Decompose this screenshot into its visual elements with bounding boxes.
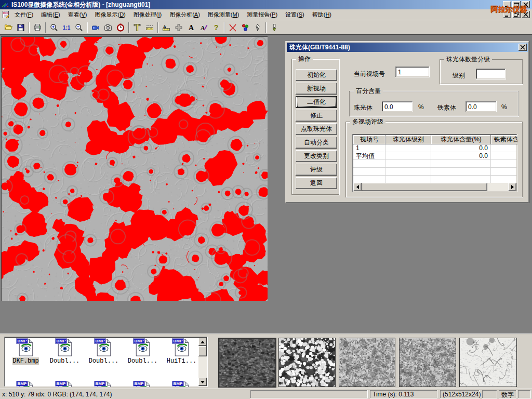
thumbnail-1[interactable] bbox=[218, 338, 276, 388]
ferrite-input[interactable]: 0.0 bbox=[466, 101, 497, 112]
menu-bar: DOC 文件(F)编辑(E)查看(V)图像显示(D)图像处理(I)图像分析(A)… bbox=[0, 9, 532, 20]
text-a-icon[interactable]: A bbox=[185, 21, 197, 33]
file-item[interactable]: BMPDoubl... bbox=[84, 339, 123, 365]
menu-item[interactable]: 图像显示(D) bbox=[92, 10, 127, 19]
table-row[interactable]: 10.0 bbox=[353, 144, 516, 152]
menu-item[interactable]: 设置(S) bbox=[283, 10, 307, 19]
video-camera-icon[interactable] bbox=[89, 21, 102, 33]
grade-input[interactable] bbox=[476, 69, 506, 79]
document-icon: DOC bbox=[2, 10, 10, 19]
file-item[interactable]: BMPHuiTi... bbox=[162, 339, 201, 365]
ruler-icon[interactable] bbox=[143, 21, 156, 33]
table-header[interactable]: 铁素体含量(%) bbox=[491, 135, 517, 144]
pearlite-dialog: 珠光体(GB/T9441-88) 操作 初始化新视场二值化修正点取珠光体自动分类… bbox=[285, 41, 529, 203]
file-item[interactable]: BMPDoubl... bbox=[45, 339, 84, 365]
toolbar-separator bbox=[224, 22, 225, 33]
bmp-badge: BMP bbox=[133, 381, 145, 387]
title-bar: IS100显微摄像系统(金相分析版) - [zhuguangti01] bbox=[0, 0, 532, 9]
toolbar-separator bbox=[265, 22, 267, 33]
print-icon[interactable] bbox=[31, 21, 44, 33]
dialog-button[interactable]: 初始化 bbox=[296, 69, 337, 81]
rating-table[interactable]: 视场号珠光体级别珠光体含量(%)铁素体含量(%) 10.0平均值0.0 bbox=[352, 134, 517, 192]
file-item[interactable]: BMPDoubl... bbox=[123, 339, 162, 365]
pearlite-input[interactable]: 0.0 bbox=[382, 101, 413, 112]
menu-item[interactable]: 图像分析(A) bbox=[167, 10, 202, 19]
dialog-button[interactable]: 修正 bbox=[296, 110, 337, 122]
zoom-in-icon[interactable] bbox=[48, 21, 60, 33]
grade-label: 级别 bbox=[453, 71, 465, 80]
color-points-icon[interactable] bbox=[239, 21, 251, 33]
photo-camera-icon[interactable] bbox=[102, 21, 114, 33]
file-list-scrollbar[interactable] bbox=[198, 338, 207, 386]
dialog-button[interactable]: 新视场 bbox=[296, 83, 337, 95]
svg-text:?: ? bbox=[214, 23, 219, 32]
table-header[interactable]: 珠光体含量(%) bbox=[431, 135, 491, 144]
pen-icon[interactable] bbox=[251, 21, 264, 33]
file-item-partial[interactable]: BMP bbox=[45, 381, 84, 387]
zoom-out-icon[interactable] bbox=[73, 21, 85, 33]
table-header[interactable]: 珠光体级别 bbox=[385, 135, 431, 144]
toolbar-separator bbox=[128, 22, 129, 33]
table-row[interactable] bbox=[353, 160, 516, 168]
menu-item[interactable]: 查看(V) bbox=[66, 10, 89, 19]
dialog-button[interactable]: 点取珠光体 bbox=[296, 123, 337, 135]
thumbnail-3[interactable] bbox=[339, 338, 395, 387]
timer-icon[interactable] bbox=[114, 21, 127, 33]
file-item-partial[interactable]: BMP bbox=[162, 381, 201, 387]
bmp-badge: BMP bbox=[55, 381, 68, 387]
caliper-icon[interactable] bbox=[131, 21, 143, 33]
scroll-thumb[interactable] bbox=[362, 183, 487, 191]
watermark: 阿拉尔仪器 bbox=[490, 5, 527, 14]
bmp-file-icon: BMP bbox=[135, 339, 151, 356]
scroll-up-button[interactable] bbox=[198, 338, 207, 346]
save-icon[interactable] bbox=[15, 21, 27, 33]
file-item-partial[interactable]: BMP bbox=[6, 381, 45, 387]
bmp-badge: BMP bbox=[55, 338, 68, 344]
scroll-down-button[interactable] bbox=[198, 378, 207, 386]
bmp-file-icon: BMP bbox=[18, 339, 34, 356]
file-browser-pane: BMPDKF.bmpBMPDoubl...BMPDoubl...BMPDoubl… bbox=[0, 334, 532, 389]
micrograph-image[interactable] bbox=[1, 36, 268, 301]
actual-size-icon[interactable]: 1:1 bbox=[60, 21, 73, 33]
text-a-edit-icon[interactable]: A bbox=[197, 21, 210, 33]
current-field-input[interactable]: 1 bbox=[395, 66, 430, 77]
dialog-button[interactable]: 自动分类 bbox=[296, 137, 337, 149]
bmp-file-icon: BMP bbox=[57, 381, 73, 387]
open-icon[interactable] bbox=[2, 21, 15, 33]
grading-group-label: 珠光体数量分级 bbox=[444, 56, 492, 63]
menu-item[interactable]: 图像测量(M) bbox=[206, 10, 242, 19]
menu-item[interactable]: 图像处理(I) bbox=[131, 10, 164, 19]
cut-red-icon[interactable] bbox=[227, 21, 239, 33]
menu-item[interactable]: 编辑(E) bbox=[39, 10, 62, 19]
dialog-button[interactable]: 更改类别 bbox=[296, 150, 337, 162]
thumbnail-4[interactable] bbox=[399, 338, 456, 387]
menu-item[interactable]: 帮助(H) bbox=[310, 10, 334, 19]
menu-item[interactable]: 文件(F) bbox=[12, 10, 35, 19]
table-hscrollbar[interactable] bbox=[353, 183, 516, 191]
thumbnail-2[interactable] bbox=[278, 338, 336, 387]
dialog-button[interactable]: 二值化 bbox=[296, 96, 337, 108]
file-item[interactable]: BMPDKF.bmp bbox=[6, 339, 45, 365]
file-item-partial[interactable]: BMP bbox=[123, 381, 162, 387]
help-icon[interactable]: ? bbox=[210, 21, 222, 33]
table-header[interactable]: 视场号 bbox=[353, 135, 385, 144]
dialog-button[interactable]: 返回 bbox=[296, 177, 337, 189]
scroll-left-button[interactable] bbox=[353, 183, 362, 191]
table-row[interactable] bbox=[353, 168, 516, 176]
status-time: Time (s): 0.113 bbox=[370, 390, 437, 398]
table-row[interactable]: 平均值0.0 bbox=[353, 152, 516, 160]
move-cross-icon[interactable] bbox=[172, 21, 185, 33]
dialog-close-button[interactable] bbox=[518, 44, 527, 51]
file-list[interactable]: BMPDKF.bmpBMPDoubl...BMPDoubl...BMPDoubl… bbox=[4, 337, 208, 387]
table-row[interactable] bbox=[353, 176, 516, 183]
thumbnail-5[interactable] bbox=[459, 338, 517, 387]
file-item-partial[interactable]: BMP bbox=[84, 381, 123, 387]
pearlite-percent-sign: % bbox=[418, 103, 424, 111]
brush-icon[interactable] bbox=[268, 21, 281, 33]
toolbar-separator bbox=[157, 22, 158, 33]
measure-text-icon[interactable]: A bbox=[160, 21, 172, 33]
dialog-button[interactable]: 评级 bbox=[296, 164, 337, 176]
vscroll-thumb[interactable] bbox=[198, 346, 207, 356]
menu-item[interactable]: 测量报告(P) bbox=[245, 10, 280, 19]
scroll-right-button[interactable] bbox=[508, 183, 516, 191]
